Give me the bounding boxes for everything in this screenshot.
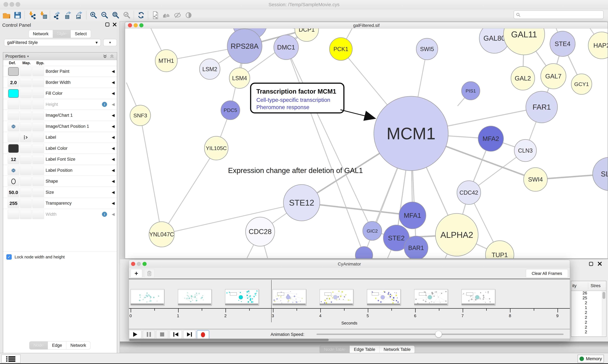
empty-cell[interactable] xyxy=(32,100,44,109)
empty-cell[interactable] xyxy=(20,78,32,87)
property-row-image-chart-1[interactable]: Image/Chart 1◀ xyxy=(3,110,117,121)
tab-edge-table[interactable]: Edge Table xyxy=(350,346,380,353)
swatch[interactable] xyxy=(8,89,19,98)
property-row-label-font-size[interactable]: 12Label Font Size◀ xyxy=(3,154,117,165)
delete-frame-button[interactable] xyxy=(144,269,154,278)
property-row-height[interactable]: Heighti◀ xyxy=(3,99,117,110)
property-row-width[interactable]: Widthi◀ xyxy=(3,209,117,220)
info-icon[interactable]: i xyxy=(102,212,107,217)
skip-to-start-button[interactable] xyxy=(170,330,182,339)
float-panel-icon[interactable] xyxy=(105,22,110,27)
play-button[interactable] xyxy=(129,330,141,339)
home-views-icon[interactable] xyxy=(161,10,172,20)
table-row[interactable]: 26 xyxy=(571,291,602,296)
column-header-stress[interactable]: Stres xyxy=(591,283,601,288)
expand-property-icon[interactable]: ◀ xyxy=(112,190,115,195)
collapse-all-icon[interactable] xyxy=(109,54,115,59)
skip-to-end-button[interactable] xyxy=(183,330,195,339)
property-row-label[interactable]: Label◀ xyxy=(3,132,117,143)
close-panel-icon[interactable] xyxy=(112,22,117,27)
contrast-view-icon[interactable] xyxy=(183,10,194,20)
empty-cell[interactable] xyxy=(8,100,19,109)
tab-select[interactable]: Select xyxy=(71,30,91,38)
expand-property-icon[interactable]: ◀ xyxy=(112,212,115,217)
empty-cell[interactable] xyxy=(32,122,44,131)
empty-cell[interactable] xyxy=(8,210,19,219)
tab-network-bottom[interactable]: Network xyxy=(66,341,90,349)
import-network-icon[interactable] xyxy=(26,10,37,20)
empty-cell[interactable] xyxy=(20,100,32,109)
table-scrollbar[interactable] xyxy=(602,291,606,336)
frame-thumbnail-4[interactable] xyxy=(320,289,353,305)
empty-cell[interactable] xyxy=(32,67,44,76)
timeline[interactable]: 0123456789 Seconds xyxy=(129,279,570,329)
empty-cell[interactable] xyxy=(32,111,44,120)
tab-node-table[interactable]: Node Table xyxy=(320,346,350,353)
expand-property-icon[interactable]: ◀ xyxy=(112,80,115,85)
lock-size-checkbox[interactable]: ✓ xyxy=(6,254,12,260)
network-window-titlebar[interactable]: galFiltered.sif xyxy=(125,22,608,28)
empty-cell[interactable] xyxy=(20,155,32,164)
empty-cell[interactable] xyxy=(32,199,44,208)
icon-discrete[interactable] xyxy=(20,133,32,142)
record-button[interactable] xyxy=(197,330,209,339)
pause-button[interactable] xyxy=(143,330,155,339)
empty-cell[interactable] xyxy=(20,67,32,76)
expand-property-icon[interactable]: ◀ xyxy=(112,179,115,183)
float-panel-icon[interactable] xyxy=(589,261,594,266)
cyanimator-titlebar[interactable]: CyAnimator xyxy=(129,260,570,268)
expand-property-icon[interactable]: ◀ xyxy=(112,102,115,106)
empty-cell[interactable] xyxy=(20,166,32,175)
annotation-line[interactable]: Cell-type-specific transcription xyxy=(256,97,330,103)
property-row-label-position[interactable]: Label Position◀ xyxy=(3,165,117,176)
empty-cell[interactable] xyxy=(32,166,44,175)
save-session-icon[interactable] xyxy=(12,10,23,20)
frame-thumbnail-1[interactable] xyxy=(178,289,211,305)
empty-cell[interactable] xyxy=(32,144,44,153)
export-image-icon[interactable] xyxy=(74,10,85,20)
expand-property-icon[interactable]: ◀ xyxy=(112,168,115,172)
expand-property-icon[interactable]: ◀ xyxy=(112,113,115,117)
table-row[interactable]: 2 xyxy=(571,325,602,330)
stop-button[interactable] xyxy=(156,330,168,339)
import-table-icon[interactable] xyxy=(37,10,48,20)
column-header-ity[interactable]: ity xyxy=(572,283,577,288)
empty-cell[interactable] xyxy=(8,133,19,142)
value[interactable]: 50.0 xyxy=(8,188,19,197)
zoom-selected-icon[interactable] xyxy=(121,10,132,20)
expand-all-icon[interactable] xyxy=(102,54,108,59)
close-panel-icon[interactable] xyxy=(597,261,602,266)
expand-property-icon[interactable]: ◀ xyxy=(112,69,115,74)
node-table-partial[interactable]: ity Stres 26252122222 xyxy=(571,281,607,337)
icon-position[interactable] xyxy=(8,122,19,131)
table-row[interactable]: 2 xyxy=(571,310,602,315)
empty-cell[interactable] xyxy=(32,177,44,186)
empty-cell[interactable] xyxy=(20,188,32,197)
expand-property-icon[interactable]: ◀ xyxy=(112,157,115,161)
expand-property-icon[interactable]: ◀ xyxy=(112,146,115,151)
open-session-icon[interactable] xyxy=(1,10,12,20)
property-row-image-chart-position-1[interactable]: Image/Chart Position 1◀ xyxy=(3,121,117,132)
empty-cell[interactable] xyxy=(32,188,44,197)
zoom-fit-icon[interactable] xyxy=(110,10,121,20)
tab-node[interactable]: Node xyxy=(29,341,48,349)
table-row[interactable]: 2 xyxy=(571,329,602,334)
empty-cell[interactable] xyxy=(20,210,32,219)
timeline-scrollbar-thumb[interactable] xyxy=(129,339,329,341)
refresh-view-icon[interactable] xyxy=(136,10,147,20)
empty-cell[interactable] xyxy=(32,89,44,98)
frame-thumbnail-7[interactable] xyxy=(462,289,495,305)
empty-cell[interactable] xyxy=(32,210,44,219)
value[interactable]: 255 xyxy=(8,199,19,208)
expand-property-icon[interactable]: ◀ xyxy=(112,91,115,95)
table-row[interactable]: 2 xyxy=(571,320,602,325)
tab-style[interactable]: Style xyxy=(53,30,71,38)
property-row-fill-color[interactable]: Fill Color◀ xyxy=(3,88,117,99)
swatch[interactable] xyxy=(8,144,19,153)
add-frame-button[interactable]: + xyxy=(130,269,142,278)
properties-header[interactable]: Properties ▾ xyxy=(3,52,117,60)
empty-cell[interactable] xyxy=(20,177,32,186)
show-panels-button[interactable] xyxy=(1,354,21,363)
empty-cell[interactable] xyxy=(32,133,44,142)
empty-cell[interactable] xyxy=(32,155,44,164)
